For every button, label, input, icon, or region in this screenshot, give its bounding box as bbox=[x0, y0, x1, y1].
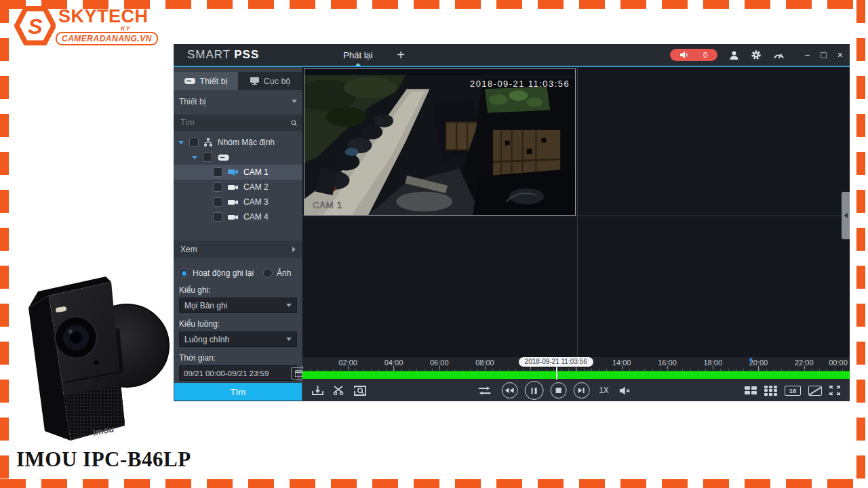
app-brand: SMARTPSS bbox=[187, 48, 259, 62]
timeline[interactable]: 02:00 04:00 06:00 08:00 14:00 16:00 18:0… bbox=[302, 357, 850, 380]
chevron-left-icon bbox=[844, 213, 848, 218]
split-custom-button[interactable] bbox=[808, 386, 822, 396]
calendar-icon bbox=[295, 370, 302, 377]
stop-button[interactable] bbox=[550, 382, 566, 399]
record-type-select[interactable]: Mọi Bản ghi bbox=[179, 298, 297, 313]
next-frame-button[interactable] bbox=[573, 382, 589, 399]
clip-scissors-icon[interactable] bbox=[333, 386, 344, 395]
grid-4-button[interactable] bbox=[745, 386, 757, 395]
logo-wordmark: SKYTECH bbox=[58, 6, 149, 27]
osd-timestamp: 2018-09-21 11:03:56 bbox=[470, 79, 570, 89]
cam4-checkbox[interactable] bbox=[213, 212, 222, 222]
hexagon-s-icon: S bbox=[14, 5, 56, 47]
new-tab-button[interactable]: + bbox=[389, 44, 412, 66]
product-camera-image: imou bbox=[8, 270, 171, 445]
view-section-label: Xem bbox=[180, 245, 197, 254]
playback-main: 17:21:12 bbox=[302, 67, 850, 401]
cam4-label: CAM 4 bbox=[243, 212, 269, 222]
device-search bbox=[174, 115, 302, 131]
logo-site: CAMERADANANG.VN bbox=[56, 32, 158, 45]
chevron-down-icon bbox=[286, 338, 292, 341]
radio-picture[interactable] bbox=[263, 268, 273, 278]
fullscreen-icon[interactable] bbox=[829, 386, 840, 395]
panel-collapse-handle[interactable] bbox=[842, 192, 850, 239]
grid-divider-horizontal bbox=[302, 216, 850, 216]
smart-search-icon[interactable] bbox=[354, 386, 366, 396]
tab-playback[interactable]: Phát lại bbox=[317, 44, 399, 66]
pause-icon bbox=[535, 388, 537, 394]
tree-device-row[interactable] bbox=[174, 150, 302, 165]
camera-icon bbox=[228, 214, 238, 220]
search-icon[interactable] bbox=[291, 119, 297, 127]
playhead[interactable] bbox=[556, 365, 557, 380]
osd-cam-label: CAM 1 bbox=[313, 200, 342, 210]
tab-device[interactable]: Thiết bị bbox=[174, 72, 238, 90]
sidebar: Thiết bị Cục bộ Thiết bị bbox=[174, 67, 302, 401]
tab-local-label: Cục bộ bbox=[264, 77, 291, 86]
speed-label[interactable]: 1X bbox=[599, 386, 609, 395]
gear-icon[interactable] bbox=[751, 49, 762, 60]
close-button[interactable]: × bbox=[837, 49, 843, 60]
time-range-field bbox=[179, 365, 297, 381]
tab-local[interactable]: Cục bộ bbox=[238, 72, 302, 90]
tree-expand-icon[interactable] bbox=[178, 141, 184, 144]
tree-expand-icon[interactable] bbox=[192, 156, 197, 159]
grid-9-button[interactable] bbox=[764, 386, 778, 396]
record-type-radios: Hoạt động ghi lại Ảnh bbox=[179, 267, 297, 279]
stop-icon bbox=[555, 388, 561, 393]
tree-cam-row-2[interactable]: CAM 2 bbox=[174, 180, 302, 195]
device-checkbox[interactable] bbox=[203, 152, 212, 162]
pause-button[interactable] bbox=[524, 381, 543, 400]
logo-monogram: S bbox=[28, 14, 42, 39]
search-input[interactable] bbox=[179, 117, 287, 128]
page: S SKYTECH KY CAMERADANANG.VN bbox=[0, 0, 868, 488]
alarm-button[interactable]: 0 bbox=[670, 49, 717, 61]
mute-icon[interactable] bbox=[620, 386, 631, 395]
export-download-icon[interactable] bbox=[312, 386, 323, 396]
record-track-green[interactable] bbox=[302, 371, 850, 379]
cam1-checkbox[interactable] bbox=[213, 167, 222, 177]
tree-cam-row-3[interactable]: CAM 3 bbox=[174, 195, 302, 209]
next-frame-icon bbox=[583, 388, 585, 393]
device-section-header[interactable]: Thiết bị bbox=[174, 92, 302, 110]
tree-group-row[interactable]: Nhóm Mặc định bbox=[174, 135, 302, 150]
tab-playback-label: Phát lại bbox=[343, 50, 372, 60]
dashed-border-bottom bbox=[0, 479, 868, 488]
rewind-icon bbox=[510, 388, 514, 393]
brand-smart: SMART bbox=[187, 48, 231, 61]
sync-play-icon[interactable] bbox=[478, 386, 490, 395]
device-section-label: Thiết bị bbox=[179, 97, 205, 106]
record-type-label: Kiểu ghi: bbox=[179, 285, 297, 295]
rewind-button[interactable] bbox=[501, 382, 517, 399]
stream-type-value: Luồng chính bbox=[184, 335, 229, 344]
grid-divider-vertical bbox=[577, 67, 578, 357]
radio-record[interactable] bbox=[179, 268, 189, 278]
time-range-input[interactable] bbox=[184, 369, 288, 378]
cam3-checkbox[interactable] bbox=[213, 197, 222, 207]
find-button[interactable]: Tìm bbox=[174, 383, 302, 401]
device-tree: Nhóm Mặc định bbox=[174, 135, 302, 224]
calendar-button[interactable] bbox=[291, 367, 302, 380]
cam2-checkbox[interactable] bbox=[213, 182, 222, 192]
camera-icon bbox=[228, 199, 238, 205]
dvr-icon bbox=[184, 78, 195, 84]
dashboard-gauge-icon[interactable] bbox=[773, 50, 785, 60]
minimize-button[interactable]: − bbox=[804, 49, 810, 60]
titlebar: SMARTPSS Phát lại + 0 bbox=[174, 44, 850, 66]
user-icon[interactable] bbox=[729, 50, 739, 60]
grid-16-button[interactable]: 16 bbox=[785, 386, 801, 396]
video-cell-cam1[interactable]: 2018-09-21 11:03:56 CAM 1 bbox=[304, 68, 576, 216]
stream-type-select[interactable]: Luồng chính bbox=[179, 331, 297, 347]
chevron-right-icon bbox=[292, 247, 296, 252]
time-label: Thời gian: bbox=[179, 353, 297, 363]
tree-cam-row-1[interactable]: CAM 1 bbox=[174, 165, 302, 180]
playhead-time-bubble[interactable]: 2018-09-21 11:03:56 bbox=[519, 357, 593, 367]
tree-cam-row-4[interactable]: CAM 4 bbox=[174, 209, 302, 224]
alarm-speaker-icon bbox=[680, 52, 688, 58]
view-section-header[interactable]: Xem bbox=[174, 241, 302, 258]
search-filters: Hoạt động ghi lại Ảnh Kiểu ghi: Mọi Bản … bbox=[174, 258, 302, 381]
stream-type-label: Kiểu luồng: bbox=[179, 319, 297, 329]
maximize-button[interactable]: □ bbox=[821, 49, 826, 60]
skytech-logo: S SKYTECH KY CAMERADANANG.VN bbox=[14, 5, 149, 49]
group-checkbox[interactable] bbox=[189, 138, 199, 147]
